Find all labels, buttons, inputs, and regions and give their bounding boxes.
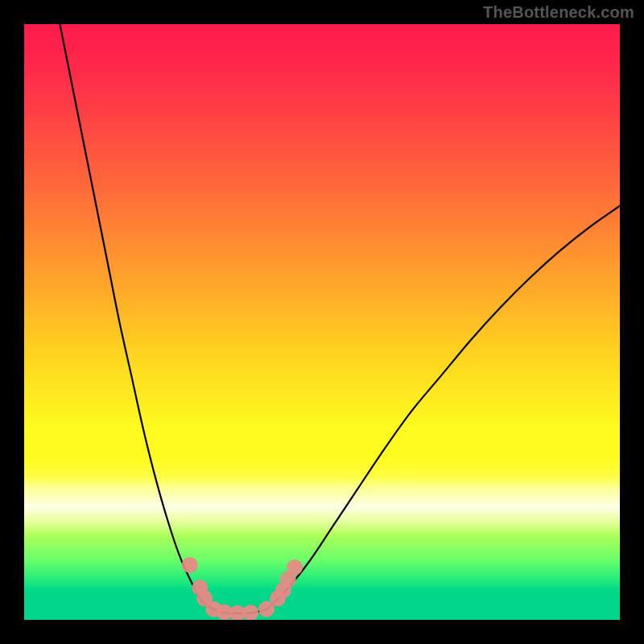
- plot-area: [24, 24, 620, 620]
- bottleneck-curve: [60, 24, 620, 613]
- curve-layer: [24, 24, 620, 620]
- marker-dot: [182, 557, 198, 573]
- marker-dot: [287, 559, 303, 576]
- watermark-text: TheBottleneck.com: [483, 3, 634, 22]
- marker-dot: [242, 605, 258, 620]
- marker-group: [182, 557, 303, 620]
- chart-frame: TheBottleneck.com: [0, 0, 644, 644]
